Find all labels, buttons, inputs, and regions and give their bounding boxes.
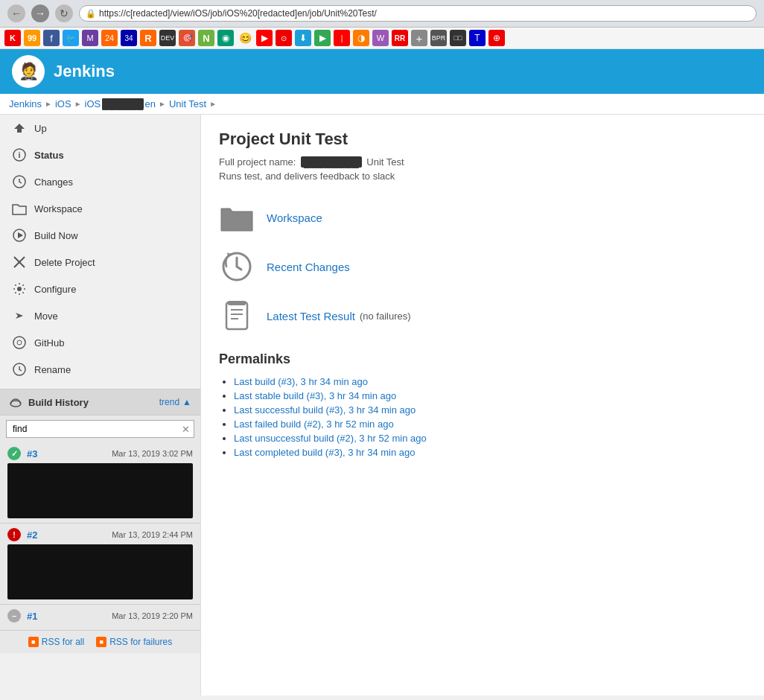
toolbar-icon-yt[interactable]: ▶ [256, 30, 273, 46]
toolbar-icon-dev[interactable]: DEV [159, 30, 176, 46]
sidebar-item-changes[interactable]: Changes [0, 168, 200, 195]
toolbar-icon-99[interactable]: 99 [24, 30, 40, 46]
build-1-num[interactable]: #1 [27, 611, 37, 622]
sidebar-item-changes-label: Changes [34, 176, 73, 188]
breadcrumb-jenkins[interactable]: Jenkins [9, 98, 42, 109]
toolbar-icon-box[interactable]: □□ [450, 30, 466, 46]
build-3-num[interactable]: #3 [27, 448, 37, 459]
list-item: Last build (#3), 3 hr 34 min ago [234, 376, 746, 387]
toolbar-icon-bpr[interactable]: BPR [430, 30, 447, 46]
sidebar-item-github-label: GitHub [34, 337, 64, 349]
sidebar-item-configure[interactable]: Configure [0, 276, 200, 302]
recent-changes-icon [220, 250, 253, 283]
rss-all-label: RSS for all [42, 637, 84, 647]
toolbar-icon-tw[interactable]: 🐦 [63, 30, 79, 46]
build-2-num[interactable]: #2 [27, 529, 37, 541]
toolbar-icon-red[interactable]: ⊕ [488, 30, 505, 46]
build-history: Build History trend ▲ ✕ ✓ #3 Mar 13, 201… [0, 389, 200, 653]
sidebar-item-up[interactable]: Up [0, 115, 200, 141]
breadcrumb-ios[interactable]: iOS [55, 98, 71, 109]
toolbar-icon-34[interactable]: 34 [121, 30, 137, 46]
toolbar-icon-wi[interactable]: W [372, 30, 389, 46]
list-item: Last unsuccessful build (#2), 3 hr 52 mi… [234, 433, 746, 444]
sidebar-item-workspace[interactable]: Workspace [0, 195, 200, 222]
workspace-icon [12, 201, 27, 216]
toolbar-icon-plus[interactable]: + [411, 30, 427, 46]
build-2-date: Mar 13, 2019 2:44 PM [112, 530, 193, 539]
sidebar-item-move-label: Move [34, 311, 58, 322]
sidebar-item-status-label: Status [34, 150, 64, 161]
cloud-icon [9, 395, 22, 409]
toolbar-icon-r[interactable]: R [140, 30, 156, 46]
sidebar-item-delete-project[interactable]: Delete Project [0, 249, 200, 276]
sidebar-item-build-now[interactable]: Build Now [0, 222, 200, 249]
status-icon: i [12, 147, 27, 162]
svg-text:i: i [18, 150, 20, 159]
sidebar-item-move[interactable]: Move [0, 302, 200, 329]
permalink-link-5[interactable]: Last completed build (#3), 3 hr 34 min a… [234, 447, 416, 458]
build-search-container: ✕ [0, 416, 200, 442]
workspace-folder-icon [220, 203, 254, 232]
latest-test-result-action-link[interactable]: Latest Test Result [267, 310, 355, 322]
build-search-input[interactable] [6, 420, 194, 438]
permalink-link-1[interactable]: Last stable build (#3), 3 hr 34 min ago [234, 390, 396, 401]
action-workspace: Workspace [219, 200, 746, 235]
action-items: Workspace Recent Changes [219, 200, 746, 334]
breadcrumb-sep-3: ► [159, 100, 166, 108]
breadcrumb-ios-redacted[interactable]: iOS██████en [85, 98, 156, 109]
build-2-thumbnail [7, 544, 193, 599]
address-bar[interactable]: https://c[redacted]/view/iOS/job/iOS%20[… [99, 8, 377, 19]
recent-changes-icon-wrap [219, 249, 255, 284]
rss-failures-icon: ■ [96, 637, 106, 647]
toolbar-icon-o[interactable]: ◉ [217, 30, 234, 46]
back-button[interactable]: ← [7, 4, 25, 22]
toolbar-icon-tr[interactable]: T [469, 30, 486, 46]
permalink-link-3[interactable]: Last failed build (#2), 3 hr 52 min ago [234, 419, 394, 430]
breadcrumb-sep-2: ► [74, 100, 82, 108]
toolbar-icon-gp[interactable]: ▶ [314, 30, 331, 46]
toolbar-icon-ph[interactable]: 🎯 [179, 30, 195, 46]
build-item-3: ✓ #3 Mar 13, 2019 3:02 PM [0, 442, 200, 524]
sidebar-item-github[interactable]: GitHub [0, 329, 200, 356]
toolbar-icon-pl[interactable]: ⊙ [276, 30, 292, 46]
sidebar-item-build-now-label: Build Now [34, 230, 78, 241]
trend-button[interactable]: trend ▲ [159, 397, 191, 407]
toolbar-icon-rr[interactable]: RR [392, 30, 408, 46]
search-clear-button[interactable]: ✕ [182, 424, 190, 435]
forward-button[interactable]: → [31, 4, 49, 22]
lock-icon: 🔒 [86, 9, 96, 19]
rss-failures-link[interactable]: ■ RSS for failures [96, 637, 172, 647]
toolbar-icon-24[interactable]: 24 [101, 30, 118, 46]
refresh-button[interactable]: ↻ [55, 4, 73, 22]
build-history-header: Build History trend ▲ [0, 389, 200, 416]
toolbar-icon-em[interactable]: 😊 [237, 30, 253, 46]
sidebar-item-rename[interactable]: Rename [0, 356, 200, 383]
permalink-link-4[interactable]: Last unsuccessful build (#2), 3 hr 52 mi… [234, 433, 427, 444]
toolbar-icon-cx[interactable]: ◑ [353, 30, 369, 46]
build-3-thumbnail [7, 463, 193, 518]
delete-project-icon [12, 255, 27, 270]
browser-bar: ← → ↻ 🔒 https://c[redacted]/view/iOS/job… [0, 0, 764, 28]
toolbar-icon-m[interactable]: M [82, 30, 98, 46]
toolbar-icon-dl[interactable]: ⬇ [295, 30, 311, 46]
toolbar-icon-tb[interactable]: | [334, 30, 350, 46]
up-icon [12, 121, 27, 136]
permalink-link-0[interactable]: Last build (#3), 3 hr 34 min ago [234, 376, 368, 387]
workspace-action-link[interactable]: Workspace [267, 211, 322, 224]
breadcrumb-sep-4: ► [209, 100, 217, 108]
recent-changes-action-link[interactable]: Recent Changes [267, 261, 350, 273]
action-latest-test-result: Latest Test Result (no failures) [219, 298, 746, 334]
sidebar-item-status[interactable]: i Status [0, 141, 200, 168]
permalink-link-2[interactable]: Last successful build (#3), 3 hr 34 min … [234, 404, 416, 416]
svg-rect-15 [226, 302, 247, 329]
content-area: Project Unit Test Full project name: ███… [201, 115, 764, 696]
toolbar-icon-k[interactable]: K [4, 30, 21, 46]
rss-all-link[interactable]: ■ RSS for all [28, 637, 84, 647]
main-layout: Up i Status Changes Workspace Build Now [0, 115, 764, 696]
toolbar-icon-n[interactable]: N [198, 30, 214, 46]
jenkins-logo: 🤵 [12, 55, 45, 88]
toolbar-icon-fb[interactable]: f [43, 30, 60, 46]
breadcrumb-unit-test[interactable]: Unit Test [169, 98, 206, 109]
svg-marker-8 [16, 313, 23, 319]
latest-test-icon [220, 299, 253, 332]
